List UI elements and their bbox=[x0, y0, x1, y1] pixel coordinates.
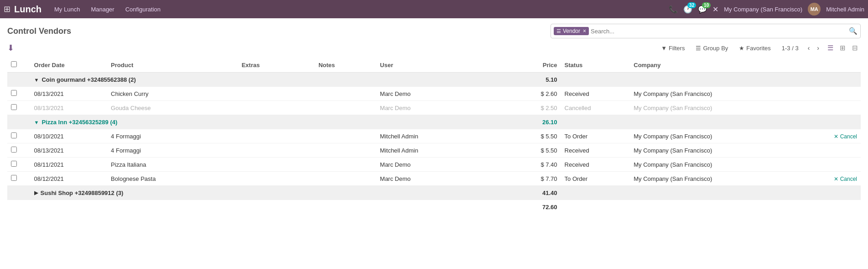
row-status: To Order bbox=[561, 172, 630, 186]
row-checkbox[interactable] bbox=[7, 172, 31, 186]
filters-button[interactable]: ▼ Filters bbox=[657, 43, 688, 53]
orders-table: Order Date Product Extras Notes User Pri… bbox=[7, 58, 861, 214]
row-checkbox[interactable] bbox=[7, 129, 31, 143]
group-toggle-icon[interactable]: ▼ bbox=[34, 120, 39, 125]
table-row: 08/10/2021 4 Formaggi Mitchell Admin $ 5… bbox=[7, 129, 861, 143]
col-header-product[interactable]: Product bbox=[107, 58, 238, 73]
user-label[interactable]: Mitchell Admin bbox=[826, 6, 864, 13]
group-toggle-icon[interactable]: ▼ bbox=[34, 77, 39, 83]
company-label[interactable]: My Company (San Francisco) bbox=[724, 6, 802, 13]
group-total: 41.40 bbox=[499, 186, 561, 200]
row-select[interactable] bbox=[11, 161, 17, 167]
row-price: $ 7.40 bbox=[499, 158, 561, 172]
row-select[interactable] bbox=[11, 175, 17, 181]
next-page-button[interactable]: › bbox=[815, 43, 821, 53]
row-status: Received bbox=[561, 158, 630, 172]
favorites-button[interactable]: ★ Favorites bbox=[735, 43, 774, 53]
group-label-cell[interactable]: ▼ Coin gourmand +32485562388 (2) bbox=[31, 73, 499, 87]
row-product: Chicken Curry bbox=[107, 87, 238, 101]
total-empty-2 bbox=[31, 200, 108, 214]
group-row[interactable]: ▼ Pizza Inn +32456325289 (4) 26.10 bbox=[7, 115, 861, 130]
row-user: Marc Demo bbox=[376, 158, 499, 172]
group-company bbox=[630, 73, 784, 87]
filter-tag-close[interactable]: × bbox=[583, 28, 586, 34]
download-button[interactable]: ⬇ bbox=[7, 43, 14, 53]
col-header-company[interactable]: Company bbox=[630, 58, 784, 73]
row-select[interactable] bbox=[11, 147, 17, 153]
main-content: Control Vendors ☰ Vendor × 🔍 ⬇ ▼ Filters… bbox=[0, 18, 868, 220]
grid-icon[interactable]: ⊞ bbox=[4, 4, 10, 14]
row-checkbox[interactable] bbox=[7, 158, 31, 172]
total-empty-5 bbox=[315, 200, 376, 214]
prev-page-button[interactable]: ‹ bbox=[806, 43, 812, 53]
row-action bbox=[784, 87, 861, 101]
col-header-orderdate[interactable]: Order Date bbox=[31, 58, 108, 73]
col-header-extras[interactable]: Extras bbox=[238, 58, 315, 73]
table-container: Order Date Product Extras Notes User Pri… bbox=[7, 58, 861, 214]
search-icon[interactable]: 🔍 bbox=[849, 27, 858, 35]
toolbar-row: ⬇ ▼ Filters ☰ Group By ★ Favorites 1-3 /… bbox=[7, 42, 861, 54]
row-status: To Order bbox=[561, 129, 630, 143]
group-label-cell[interactable]: ▶ Sushi Shop +32498859912 (3) bbox=[31, 186, 499, 200]
row-user: Mitchell Admin bbox=[376, 143, 499, 158]
row-orderdate: 08/11/2021 bbox=[31, 158, 108, 172]
group-label-text: Coin gourmand +32485562388 (2) bbox=[42, 76, 135, 83]
total-empty-6 bbox=[376, 200, 499, 214]
toolbar-left: ⬇ bbox=[7, 43, 14, 53]
row-checkbox[interactable] bbox=[7, 101, 31, 115]
row-select[interactable] bbox=[11, 104, 17, 110]
col-header-price[interactable]: Price bbox=[499, 58, 561, 73]
row-checkbox[interactable] bbox=[7, 87, 31, 101]
kanban-view-button[interactable]: ⊞ bbox=[837, 42, 848, 54]
group-label-text: Sushi Shop +32498859912 (3) bbox=[41, 190, 124, 196]
total-empty-8 bbox=[630, 200, 784, 214]
row-company: My Company (San Francisco) bbox=[630, 143, 784, 158]
row-select[interactable] bbox=[11, 90, 17, 96]
search-input[interactable] bbox=[591, 28, 847, 35]
favorites-icon: ★ bbox=[739, 45, 744, 52]
clock-icon[interactable]: 🕐 32 bbox=[683, 5, 692, 14]
grid-view-button[interactable]: ⊟ bbox=[849, 42, 861, 54]
app-name: Lunch bbox=[14, 4, 42, 15]
group-action bbox=[784, 186, 861, 200]
col-header-status[interactable]: Status bbox=[561, 58, 630, 73]
nav-my-lunch[interactable]: My Lunch bbox=[52, 4, 82, 15]
group-total: 26.10 bbox=[499, 115, 561, 130]
group-toggle-icon[interactable]: ▶ bbox=[34, 190, 38, 196]
group-label-cell[interactable]: ▼ Pizza Inn +32456325289 (4) bbox=[31, 115, 499, 130]
search-row: Control Vendors ☰ Vendor × 🔍 bbox=[7, 24, 861, 38]
row-action bbox=[784, 158, 861, 172]
col-header-notes[interactable]: Notes bbox=[315, 58, 376, 73]
filter-tag-icon: ☰ bbox=[556, 28, 561, 34]
clock-badge: 32 bbox=[687, 2, 696, 8]
nav-configuration[interactable]: Configuration bbox=[124, 4, 162, 15]
group-action bbox=[784, 73, 861, 87]
select-all-checkbox[interactable] bbox=[11, 61, 17, 67]
total-empty-4 bbox=[238, 200, 315, 214]
cancel-button[interactable]: ✕ Cancel bbox=[834, 133, 857, 140]
cancel-button[interactable]: ✕ Cancel bbox=[834, 176, 857, 182]
nav-manager[interactable]: Manager bbox=[89, 4, 116, 15]
chat-icon[interactable]: 💬 10 bbox=[698, 5, 707, 14]
phone-icon[interactable]: 📞 bbox=[669, 5, 678, 14]
list-view-button[interactable]: ☰ bbox=[825, 42, 836, 54]
row-extras bbox=[238, 101, 315, 115]
close-icon[interactable]: ✕ bbox=[712, 5, 718, 14]
vendor-filter-tag[interactable]: ☰ Vendor × bbox=[554, 27, 589, 35]
group-row[interactable]: ▼ Coin gourmand +32485562388 (2) 5.10 bbox=[7, 73, 861, 87]
row-action[interactable]: ✕ Cancel bbox=[784, 129, 861, 143]
col-header-user[interactable]: User bbox=[376, 58, 499, 73]
avatar[interactable]: MA bbox=[808, 3, 821, 16]
row-checkbox[interactable] bbox=[7, 143, 31, 158]
row-select[interactable] bbox=[11, 132, 17, 138]
row-status: Received bbox=[561, 87, 630, 101]
group-row[interactable]: ▶ Sushi Shop +32498859912 (3) 41.40 bbox=[7, 186, 861, 200]
toolbar-right: ▼ Filters ☰ Group By ★ Favorites 1-3 / 3… bbox=[657, 42, 861, 54]
row-action[interactable]: ✕ Cancel bbox=[784, 172, 861, 186]
row-user: Marc Demo bbox=[376, 101, 499, 115]
groupby-button[interactable]: ☰ Group By bbox=[692, 43, 732, 53]
row-product: Pizza Italiana bbox=[107, 158, 238, 172]
row-extras bbox=[238, 172, 315, 186]
table-row: 08/11/2021 Pizza Italiana Marc Demo $ 7.… bbox=[7, 158, 861, 172]
row-product: Bolognese Pasta bbox=[107, 172, 238, 186]
